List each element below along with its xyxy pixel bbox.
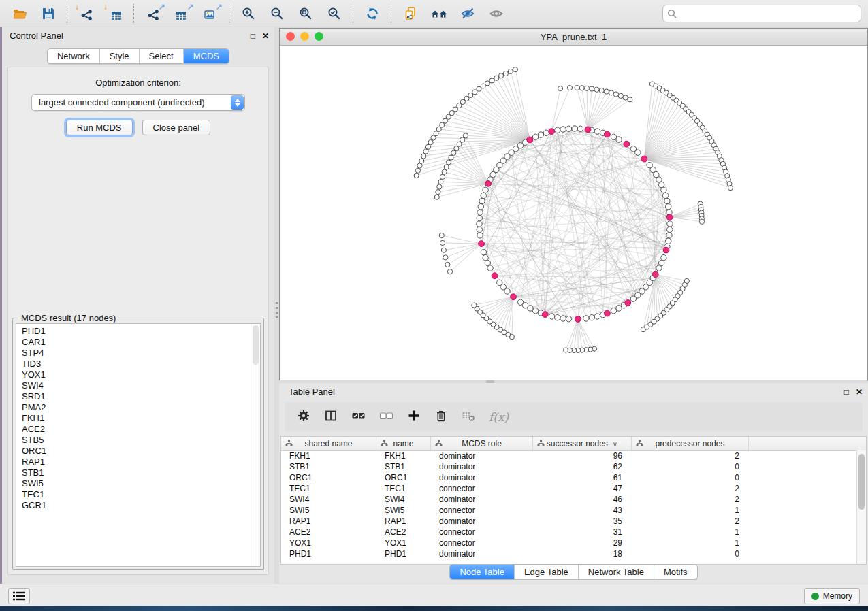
zoom-fit-icon[interactable] [291, 3, 320, 24]
delete-column-icon[interactable] [434, 409, 448, 425]
open-file-icon[interactable] [5, 3, 34, 24]
result-item[interactable]: CAR1 [22, 337, 260, 348]
hide-selected-icon[interactable] [453, 3, 482, 24]
result-item[interactable]: TEC1 [22, 489, 260, 500]
table-panel: Table Panel □ ✕ [279, 383, 868, 584]
result-item[interactable]: SWI4 [22, 380, 260, 391]
table-row[interactable]: ACE2ACE2connector311 [281, 527, 857, 538]
result-item[interactable]: PMA2 [22, 402, 260, 413]
zoom-in-icon[interactable] [234, 3, 263, 24]
tab-select[interactable]: Select [140, 49, 184, 63]
criterion-dropdown[interactable]: largest connected component (undirected) [31, 94, 245, 111]
memory-button[interactable]: Memory [804, 588, 860, 604]
mcds-result-list: PHD1CAR1STP4TID3YOX1SWI4SRD1PMA2FKH1ACE2… [16, 323, 261, 567]
close-window-icon[interactable] [286, 32, 295, 41]
result-item[interactable]: FKH1 [22, 413, 260, 424]
network-window-titlebar: YPA_prune.txt_1 [280, 29, 867, 46]
table-row[interactable]: RAP1RAP1dominator352 [281, 516, 857, 527]
split-view-icon[interactable] [324, 409, 338, 425]
node-table-body: FKH1FKH1dominator962STB1STB1dominator620… [281, 450, 857, 564]
table-row[interactable]: PHD1PHD1dominator180 [281, 548, 857, 559]
zoom-out-icon[interactable] [263, 3, 291, 24]
export-table-icon[interactable]: ↗ [167, 3, 196, 24]
deselect-all-icon[interactable] [379, 409, 393, 425]
result-item[interactable]: STB1 [22, 467, 260, 478]
show-all-icon[interactable] [482, 3, 511, 24]
export-network-icon[interactable]: ↗ [139, 3, 167, 24]
result-item[interactable]: PHD1 [22, 326, 260, 337]
task-history-button[interactable] [8, 588, 30, 604]
column-header-successor-nodes[interactable]: successor nodes∨ [533, 437, 632, 450]
table-row[interactable]: FKH1FKH1dominator962 [281, 450, 857, 461]
list-icon [13, 591, 25, 601]
network-graph[interactable] [280, 46, 867, 380]
float-panel-icon[interactable]: □ [844, 383, 849, 401]
result-item[interactable]: TID3 [22, 359, 260, 369]
up-arrow-icon: ↗ [187, 3, 194, 11]
import-network-icon[interactable]: ↓ [72, 3, 101, 24]
down-arrow-icon: ↓ [75, 3, 79, 11]
column-header-name[interactable]: name [376, 437, 431, 450]
maximize-window-icon[interactable] [315, 32, 323, 41]
table-row[interactable]: YOX1YOX1connector291 [281, 538, 857, 548]
float-panel-icon[interactable]: □ [251, 27, 255, 45]
column-type-icon [381, 440, 388, 449]
column-header-mcds-role[interactable]: MCDS role [431, 437, 533, 450]
refresh-icon[interactable] [358, 3, 387, 24]
table-panel-title: Table Panel [289, 386, 335, 397]
table-row[interactable]: TEC1TEC1connector472 [281, 483, 857, 494]
table-row[interactable]: STB1STB1dominator620 [281, 461, 857, 472]
tab-edge-table[interactable]: Edge Table [515, 565, 579, 579]
table-row[interactable]: ORC1ORC1dominator610 [281, 472, 857, 483]
zoom-selected-icon[interactable] [320, 3, 349, 24]
result-item[interactable]: ORC1 [22, 446, 260, 457]
criterion-dropdown-value: largest connected component (undirected) [32, 95, 244, 110]
status-bar: Memory [0, 584, 868, 606]
result-item[interactable]: STB5 [22, 435, 260, 446]
table-row[interactable]: SWI5SWI5connector431 [281, 505, 857, 516]
network-canvas[interactable] [280, 46, 867, 380]
result-item[interactable]: SWI5 [22, 478, 260, 489]
table-scrollbar[interactable] [856, 450, 866, 564]
result-item[interactable]: YOX1 [22, 369, 260, 380]
export-image-icon[interactable]: ↗ [196, 3, 225, 24]
result-item[interactable]: ACE2 [22, 424, 260, 435]
search-input[interactable] [677, 6, 861, 21]
select-all-icon[interactable] [351, 409, 366, 425]
close-panel-button[interactable]: Close panel [142, 120, 211, 135]
import-table-icon[interactable]: ↓ [101, 3, 129, 24]
close-panel-icon[interactable]: ✕ [856, 383, 863, 401]
mcds-result-title: MCDS result (17 nodes) [18, 313, 118, 323]
run-mcds-button[interactable]: Run MCDS [66, 120, 133, 135]
first-neighbors-icon[interactable] [425, 3, 453, 24]
control-panel: Control Panel □ ✕ NetworkStyleSelectMCDS… [2, 27, 274, 584]
result-item[interactable]: RAP1 [22, 457, 260, 467]
tab-network[interactable]: Network [48, 49, 100, 63]
result-item[interactable]: GCR1 [22, 500, 260, 511]
column-type-icon [285, 440, 293, 449]
tab-motifs[interactable]: Motifs [654, 565, 697, 579]
copy-network-icon[interactable] [396, 3, 425, 24]
table-row[interactable]: SWI4SWI4dominator462 [281, 494, 857, 505]
settings-icon[interactable] [297, 409, 310, 425]
function-builder-icon[interactable]: f(x) [489, 410, 509, 424]
toolbar-separator [67, 4, 68, 23]
result-item[interactable]: SRD1 [22, 391, 260, 402]
minimize-window-icon[interactable] [300, 32, 309, 41]
table-toolbar: f(x) [285, 402, 863, 432]
tab-node-table[interactable]: Node Table [450, 565, 515, 579]
vertical-splitter[interactable] [274, 27, 279, 584]
dropdown-stepper-icon [231, 95, 244, 110]
mcds-list-scrollbar[interactable] [251, 324, 260, 566]
column-header-shared-name[interactable]: shared name [281, 437, 376, 450]
result-item[interactable]: STP4 [22, 348, 260, 359]
add-column-icon[interactable] [407, 409, 421, 425]
tab-mcds[interactable]: MCDS [184, 49, 229, 63]
column-header-predecessor-nodes[interactable]: predecessor nodes [632, 437, 749, 450]
close-panel-icon[interactable]: ✕ [262, 27, 269, 45]
tab-style[interactable]: Style [100, 49, 140, 63]
tab-network-table[interactable]: Network Table [579, 565, 654, 579]
delete-table-icon[interactable] [462, 409, 475, 425]
save-session-icon[interactable] [34, 3, 63, 24]
search-field[interactable] [662, 5, 861, 22]
